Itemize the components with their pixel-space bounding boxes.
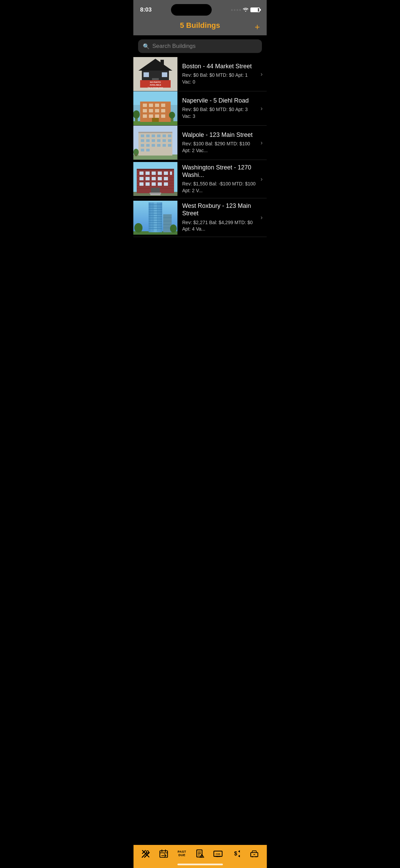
svg-rect-81 [152, 182, 156, 186]
building-item[interactable]: West Roxbury - 123 Main Street Rev: $2,2… [133, 198, 267, 237]
building-item[interactable]: Walpole - 123 Main Street Rev: $100 Bal:… [133, 126, 267, 160]
svg-rect-84 [151, 188, 160, 193]
buildings-list: NO PHOTO AVAILABLE Tap to change photo B… [133, 57, 267, 237]
building-stats: Rev: $1,550 Bal: -$100 MTD: $100 Apt: 2 … [182, 181, 258, 194]
svg-rect-85 [137, 169, 174, 170]
svg-rect-53 [141, 149, 144, 151]
search-input[interactable] [152, 43, 257, 50]
svg-rect-51 [163, 144, 166, 147]
search-bar: 🔍 [138, 39, 262, 53]
svg-rect-69 [146, 171, 150, 175]
svg-point-90 [134, 223, 142, 233]
building-image-westRoxbury [133, 201, 177, 235]
chevron-right-icon: › [261, 139, 267, 146]
svg-rect-16 [149, 104, 153, 107]
building-stats: Rev: $0 Bal: $0 MTD: $0 Apt: 3 Vac: 3 [182, 106, 258, 120]
chevron-right-icon: › [261, 71, 267, 78]
svg-rect-82 [158, 182, 162, 186]
building-info: Washington Street - 1270 Washi... Rev: $… [177, 160, 261, 198]
svg-rect-68 [139, 171, 144, 175]
page-title: 5 Buildings [180, 21, 220, 30]
svg-rect-78 [164, 177, 168, 180]
svg-rect-71 [158, 171, 162, 175]
svg-rect-43 [152, 139, 155, 142]
svg-rect-77 [158, 177, 162, 180]
building-name: Napervile - 5 Diehl Road [182, 97, 258, 105]
search-container: 🔍 [133, 35, 267, 57]
svg-rect-20 [149, 109, 153, 112]
nav-header: 5 Buildings + [133, 18, 267, 35]
building-info: Walpole - 123 Main Street Rev: $100 Bal:… [177, 127, 261, 158]
svg-rect-40 [168, 134, 171, 137]
svg-rect-74 [139, 177, 144, 180]
svg-rect-73 [170, 171, 172, 175]
building-info: West Roxbury - 123 Main Street Rev: $2,2… [177, 198, 261, 236]
building-name: Washington Street - 1270 Washi... [182, 164, 258, 179]
building-item[interactable]: Washington Street - 1270 Washi... Rev: $… [133, 160, 267, 198]
svg-rect-46 [168, 139, 171, 142]
svg-rect-19 [143, 109, 147, 112]
building-image-naperville [133, 91, 177, 125]
building-image-boston: NO PHOTO AVAILABLE Tap to change photo [133, 57, 177, 91]
status-icons [231, 7, 260, 13]
svg-rect-86 [150, 193, 161, 194]
svg-rect-15 [143, 104, 147, 107]
svg-rect-56 [135, 153, 137, 156]
svg-rect-75 [146, 177, 150, 180]
svg-rect-27 [152, 118, 159, 122]
svg-rect-72 [164, 171, 168, 175]
status-time: 8:03 [140, 6, 152, 13]
svg-rect-42 [146, 139, 150, 142]
svg-rect-26 [161, 114, 165, 118]
svg-rect-5 [162, 72, 167, 77]
svg-rect-70 [152, 171, 156, 175]
chevron-right-icon: › [261, 105, 267, 112]
svg-rect-36 [146, 134, 150, 137]
building-info: Napervile - 5 Diehl Road Rev: $0 Bal: $0… [177, 93, 261, 124]
battery-icon [250, 7, 260, 12]
chevron-right-icon: › [261, 176, 267, 183]
svg-rect-37 [152, 134, 155, 137]
building-name: Walpole - 123 Main Street [182, 131, 258, 139]
svg-rect-41 [141, 139, 144, 142]
svg-rect-76 [152, 177, 156, 180]
svg-rect-39 [163, 134, 166, 137]
building-item[interactable]: Napervile - 5 Diehl Road Rev: $0 Bal: $0… [133, 91, 267, 126]
svg-rect-44 [157, 139, 160, 142]
svg-rect-35 [141, 134, 144, 137]
svg-rect-17 [155, 104, 159, 107]
svg-rect-79 [139, 182, 144, 186]
dynamic-island [171, 4, 212, 16]
chevron-right-icon: › [261, 214, 267, 221]
svg-rect-52 [168, 144, 171, 147]
svg-rect-38 [157, 134, 160, 137]
svg-rect-54 [146, 149, 150, 151]
svg-rect-25 [155, 114, 159, 118]
add-building-button[interactable]: + [255, 22, 260, 31]
svg-rect-47 [141, 144, 144, 147]
svg-rect-24 [149, 114, 153, 118]
svg-point-110 [170, 224, 177, 233]
svg-rect-87 [150, 194, 160, 195]
building-stats: Rev: $0 Bal: $0 MTD: $0 Apt: 1 Vac: 0 [182, 72, 258, 85]
svg-rect-57 [138, 132, 172, 133]
building-stats: Rev: $100 Bal: $290 MTD: $100 Apt: 2 Vac… [182, 141, 258, 154]
svg-rect-91 [149, 202, 162, 232]
building-stats: Rev: $2,271 Bal: $4,299 MTD: $0 Apt: 4 V… [182, 219, 258, 233]
svg-rect-4 [144, 72, 149, 77]
svg-rect-83 [164, 182, 168, 186]
svg-rect-21 [155, 109, 159, 112]
svg-text:NO PHOTO: NO PHOTO [150, 81, 161, 83]
building-image-walpole [133, 126, 177, 160]
svg-rect-50 [157, 144, 160, 147]
svg-rect-80 [146, 182, 150, 186]
building-image-washington [133, 162, 177, 196]
building-item[interactable]: NO PHOTO AVAILABLE Tap to change photo B… [133, 57, 267, 91]
svg-rect-22 [161, 109, 165, 112]
svg-rect-45 [163, 139, 166, 142]
svg-rect-23 [143, 114, 147, 118]
svg-rect-18 [161, 104, 165, 107]
search-icon: 🔍 [143, 43, 150, 50]
svg-rect-49 [152, 144, 155, 147]
building-info: Boston - 44 Market Street Rev: $0 Bal: $… [177, 59, 261, 90]
